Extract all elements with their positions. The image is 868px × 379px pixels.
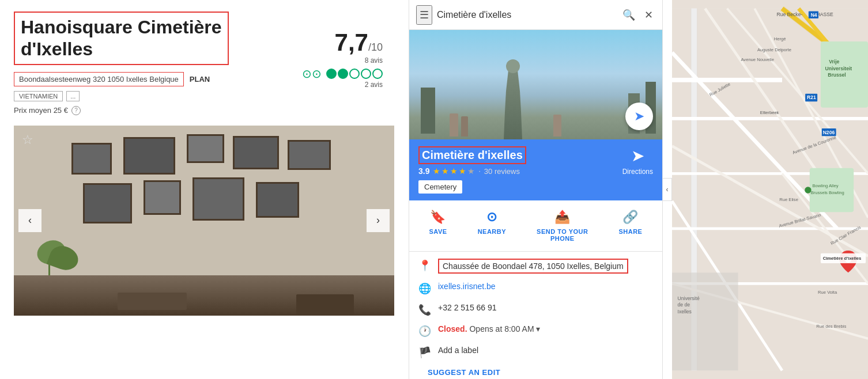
- nearby-label: NEARBY: [478, 228, 506, 235]
- next-image-button[interactable]: ›: [367, 209, 390, 232]
- prix-row: Prix moyen 25 € ?: [14, 106, 395, 115]
- svg-text:Rue des Brebis: Rue des Brebis: [816, 324, 846, 329]
- frame-5: [288, 140, 331, 170]
- place-name-gmaps: Cimetière d'ixelles: [418, 146, 526, 164]
- save-icon: 🔖: [430, 210, 446, 225]
- directions-icon: ➤: [631, 147, 644, 165]
- svg-text:Bowling Alley: Bowling Alley: [813, 183, 839, 188]
- nearby-icon: ⊙: [486, 210, 497, 225]
- website-detail-row: 🌐 ixelles.irisnet.be: [418, 282, 653, 295]
- hours-expand-icon[interactable]: ▾: [536, 324, 540, 333]
- svg-text:Rue Becke-: Rue Becke-: [776, 12, 802, 17]
- cemetery-photo: ➤: [409, 30, 662, 139]
- prev-image-button[interactable]: ‹: [18, 209, 41, 232]
- send-to-phone-button[interactable]: 📤 SEND TO YOURPHONE: [537, 210, 588, 242]
- stars-icons: ★ ★ ★ ★ ★: [433, 166, 475, 176]
- gmaps-panel: ☰ 🔍 ✕ ➤ Cimetière d'ixelles 3.9: [409, 0, 663, 379]
- suggest-edit-link[interactable]: SUGGEST AN EDIT: [418, 366, 510, 379]
- next-icon: ›: [376, 214, 380, 226]
- send-to-phone-icon: 📤: [554, 210, 571, 225]
- detail-website[interactable]: ixelles.irisnet.be: [438, 282, 496, 291]
- rating-count: 8 avis: [302, 56, 383, 65]
- hours-detail-row: 🕐 Closed. Opens at 8:00 AM ▾: [418, 324, 653, 338]
- save-button[interactable]: 🔖 SAVE: [429, 210, 447, 242]
- prev-icon: ‹: [28, 214, 32, 226]
- info-icon[interactable]: ?: [71, 106, 81, 115]
- frame-2: [123, 137, 175, 175]
- tripadvisor-circles: [326, 69, 383, 79]
- directions-icon-button[interactable]: ➤: [631, 146, 644, 165]
- search-icon[interactable]: 🔍: [620, 6, 637, 24]
- clock-icon: 🕐: [418, 325, 430, 338]
- sky-bg: [409, 30, 662, 139]
- left-panel: 7,7/10 8 avis ⊙⊙ 2 avis Hanoisquare Cime…: [0, 0, 409, 379]
- svg-text:Cimetière d'ixelles: Cimetière d'ixelles: [823, 256, 862, 261]
- detail-add-label[interactable]: Add a label: [438, 346, 478, 355]
- grave-1: [450, 113, 458, 137]
- tag-more[interactable]: ...: [66, 91, 80, 101]
- suggest-edit-row: SUGGEST AN EDIT: [418, 367, 653, 377]
- action-buttons-row: 🔖 SAVE ⊙ NEARBY 📤 SEND TO YOURPHONE 🔗 SH…: [409, 200, 662, 252]
- statue-head: [506, 59, 520, 73]
- tripadvisor-logo-icon: ⊙⊙: [302, 67, 322, 81]
- star-5-icon: ★: [467, 166, 475, 176]
- ta-circle-4: [361, 69, 371, 79]
- close-icon[interactable]: ✕: [642, 6, 655, 24]
- svg-text:Brussels Bowling: Brussels Bowling: [811, 190, 844, 195]
- address-text: Boondaalsesteenweg 320 1050 Ixelles Belg…: [14, 72, 184, 86]
- svg-text:N206: N206: [823, 130, 835, 135]
- star-3-icon: ★: [450, 166, 458, 176]
- cemetery-badge: Cemetery: [418, 180, 462, 194]
- directions-button[interactable]: ➤: [625, 103, 653, 130]
- svg-text:de de: de de: [678, 302, 690, 308]
- place-title-line2: d'Ixelles: [21, 39, 93, 59]
- details-list: 📍 Chaussée de Boondael 478, 1050 Ixelles…: [409, 252, 662, 379]
- favorite-icon[interactable]: ☆: [22, 132, 33, 147]
- svg-text:Vrije: Vrije: [829, 59, 839, 65]
- share-label: SHARE: [618, 228, 642, 235]
- map-background: Vrije Universiteit Brussel Bowling Alley…: [672, 0, 868, 379]
- frame-4: [233, 136, 279, 169]
- place-title: Hanoisquare Cimetière d'Ixelles: [21, 16, 222, 60]
- svg-text:Rue Elise: Rue Elise: [779, 197, 798, 202]
- svg-text:Universiteit: Universiteit: [825, 66, 852, 71]
- svg-text:Etterbeek: Etterbeek: [760, 110, 779, 115]
- svg-text:N4: N4: [811, 12, 817, 18]
- place-title-line1: Hanoisquare Cimetière: [21, 17, 222, 37]
- globe-icon: 🌐: [418, 282, 430, 295]
- tripadvisor-row: ⊙⊙: [302, 67, 383, 81]
- gmaps-search-input[interactable]: [437, 10, 616, 20]
- place-title-box: Hanoisquare Cimetière d'Ixelles: [14, 12, 229, 65]
- svg-rect-9: [672, 272, 738, 370]
- nearby-button[interactable]: ⊙ NEARBY: [478, 210, 506, 242]
- tree-1: [421, 88, 435, 134]
- svg-text:Auguste Delporte: Auguste Delporte: [757, 47, 791, 52]
- frame-9: [256, 182, 299, 218]
- detail-phone: +32 2 515 66 91: [438, 303, 497, 312]
- hamburger-button[interactable]: ☰: [416, 5, 432, 25]
- svg-text:Brussel: Brussel: [828, 72, 846, 78]
- collapse-panel: ‹: [663, 0, 672, 379]
- tag-vietnamien[interactable]: VIETNAMIEN: [14, 91, 63, 101]
- svg-text:Hergé: Hergé: [774, 36, 786, 41]
- star-rating-value: 3.9: [418, 166, 429, 176]
- share-button[interactable]: 🔗 SHARE: [618, 210, 642, 242]
- flag-icon: 🏴: [418, 346, 430, 359]
- collapse-button[interactable]: ‹: [663, 178, 672, 201]
- svg-text:Rue Volta: Rue Volta: [818, 290, 837, 295]
- map-svg: Vrije Universiteit Brussel Bowling Alley…: [672, 0, 868, 379]
- ta-circle-3: [349, 69, 360, 79]
- save-label: SAVE: [429, 228, 447, 235]
- rating-score: 7,7: [335, 29, 368, 56]
- tags-row: VIETNAMIEN ...: [14, 91, 395, 101]
- directions-col: ➤ Directions: [622, 146, 653, 176]
- dot-separator: ·: [478, 167, 480, 175]
- frame-6: [83, 183, 132, 223]
- detail-address: Chaussée de Boondael 478, 1050 Ixelles, …: [438, 259, 628, 274]
- restaurant-image: ☆ ‹ ›: [14, 126, 394, 316]
- plan-link[interactable]: PLAN: [190, 75, 210, 84]
- chair: [296, 294, 354, 314]
- star-4-icon: ★: [459, 166, 466, 176]
- star-1-icon: ★: [433, 166, 440, 176]
- hours-open-time: Opens at 8:00 AM: [469, 324, 536, 333]
